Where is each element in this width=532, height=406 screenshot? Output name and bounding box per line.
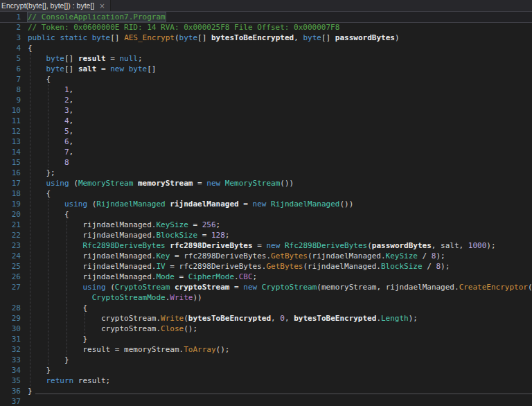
code-text: // Token: 0x0600000E RID: 14 RVA: 0x0000… xyxy=(25,22,339,33)
code-text: } xyxy=(25,365,51,376)
code-line[interactable]: 14 7, xyxy=(0,147,532,157)
code-text: { xyxy=(25,43,33,53)
code-text: 2, xyxy=(25,95,73,105)
code-text: public static byte[] AES_Encrypt(byte[] … xyxy=(25,33,400,43)
code-line[interactable]: 37 xyxy=(0,396,532,406)
line-number xyxy=(0,292,25,303)
code-text: 6, xyxy=(25,136,73,147)
code-text: 4, xyxy=(25,116,73,126)
line-number: 31 xyxy=(0,334,25,344)
editor-window: { "colors": { "background": "#1E1E1E", "… xyxy=(0,0,532,406)
code-text: rijndaelManaged.Key = rfc2898DeriveBytes… xyxy=(25,251,445,261)
code-line[interactable]: 29 cryptoStream.Write(bytesToBeEncrypted… xyxy=(0,313,532,324)
code-line[interactable]: 2// Token: 0x0600000E RID: 14 RVA: 0x000… xyxy=(0,22,532,33)
code-line[interactable]: 34 } xyxy=(0,365,532,376)
code-line[interactable]: 8 1, xyxy=(0,85,532,95)
code-line[interactable]: 13 6, xyxy=(0,136,532,147)
code-text: 1, xyxy=(25,85,73,95)
tab-title: Encrypt(byte[], byte[]) : byte[] xyxy=(1,0,94,12)
code-text: } xyxy=(25,386,33,396)
code-line[interactable]: 25 rijndaelManaged.IV = rfc2898DeriveByt… xyxy=(0,261,532,272)
code-text: }; xyxy=(25,168,55,178)
code-text: 5, xyxy=(25,126,73,136)
line-number: 8 xyxy=(0,85,25,95)
code-text: result = memoryStream.ToArray(); xyxy=(25,344,229,355)
code-line[interactable]: CryptoStreamMode.Write)) xyxy=(0,292,532,303)
line-number: 25 xyxy=(0,261,25,272)
line-number: 1 xyxy=(0,12,25,22)
code-line[interactable]: 23 Rfc2898DeriveBytes rfc2898DeriveBytes… xyxy=(0,240,532,251)
code-text: byte[] salt = new byte[] xyxy=(25,64,157,74)
code-line[interactable]: 5 byte[] result = null; xyxy=(0,53,532,64)
line-number: 15 xyxy=(0,157,25,168)
line-number: 11 xyxy=(0,116,25,126)
code-line[interactable]: 10 3, xyxy=(0,105,532,116)
line-number: 32 xyxy=(0,344,25,355)
line-number: 21 xyxy=(0,220,25,230)
code-area: 1// ConsoleApplication7.Program2// Token… xyxy=(0,12,532,406)
line-number: 27 xyxy=(0,282,25,292)
code-text: cryptoStream.Write(bytesToBeEncrypted, 0… xyxy=(25,313,418,324)
end-of-member-rule xyxy=(35,394,532,394)
code-text: { xyxy=(25,74,51,85)
code-line[interactable]: 24 rijndaelManaged.Key = rfc2898DeriveBy… xyxy=(0,251,532,261)
code-text: } xyxy=(25,334,87,344)
code-line[interactable]: 16 }; xyxy=(0,168,532,178)
code-line[interactable]: 35 return result; xyxy=(0,376,532,386)
code-text: CryptoStreamMode.Write)) xyxy=(25,292,202,303)
line-number: 7 xyxy=(0,74,25,85)
code-line[interactable]: 22 rijndaelManaged.BlockSize = 128; xyxy=(0,230,532,240)
code-text: rijndaelManaged.KeySize = 256; xyxy=(25,220,220,230)
code-text xyxy=(25,396,28,406)
code-text: rijndaelManaged.Mode = CipherMode.CBC; xyxy=(25,272,257,282)
line-number: 18 xyxy=(0,188,25,199)
code-text: byte[] result = null; xyxy=(25,53,143,64)
code-line[interactable]: 28 { xyxy=(0,303,532,313)
code-line[interactable]: 33 } xyxy=(0,355,532,365)
line-number: 2 xyxy=(0,22,25,33)
line-number: 23 xyxy=(0,240,25,251)
code-line[interactable]: 1// ConsoleApplication7.Program xyxy=(0,12,532,22)
code-line[interactable]: 26 rijndaelManaged.Mode = CipherMode.CBC… xyxy=(0,272,532,282)
code-line[interactable]: 7 { xyxy=(0,74,532,85)
line-number: 12 xyxy=(0,126,25,136)
code-line[interactable]: 15 8 xyxy=(0,157,532,168)
code-line[interactable]: 27 using (CryptoStream cryptoStream = ne… xyxy=(0,282,532,292)
code-line[interactable]: 21 rijndaelManaged.KeySize = 256; xyxy=(0,220,532,230)
line-number: 29 xyxy=(0,313,25,324)
code-line[interactable]: 32 result = memoryStream.ToArray(); xyxy=(0,344,532,355)
code-line[interactable]: 31 } xyxy=(0,334,532,344)
code-text: Rfc2898DeriveBytes rfc2898DeriveBytes = … xyxy=(25,240,496,251)
line-number: 10 xyxy=(0,105,25,116)
code-line[interactable]: 4{ xyxy=(0,43,532,53)
line-number: 37 xyxy=(0,396,25,406)
line-number: 35 xyxy=(0,376,25,386)
code-line[interactable]: 19 using (RijndaelManaged rijndaelManage… xyxy=(0,199,532,209)
code-line[interactable]: 20 { xyxy=(0,209,532,220)
code-line[interactable]: 36} xyxy=(0,386,532,396)
code-text: rijndaelManaged.BlockSize = 128; xyxy=(25,230,229,240)
code-text: 8 xyxy=(25,157,69,168)
code-line[interactable]: 11 4, xyxy=(0,116,532,126)
line-number: 19 xyxy=(0,199,25,209)
line-number: 13 xyxy=(0,136,25,147)
code-line[interactable]: 9 2, xyxy=(0,95,532,105)
code-line[interactable]: 3public static byte[] AES_Encrypt(byte[]… xyxy=(0,33,532,43)
code-line[interactable]: 18 { xyxy=(0,188,532,199)
tab-close-icon[interactable]: × xyxy=(99,0,105,12)
code-text: // ConsoleApplication7.Program xyxy=(25,12,166,22)
code-text: using (CryptoStream cryptoStream = new C… xyxy=(25,282,532,292)
code-line[interactable]: 17 using (MemoryStream memoryStream = ne… xyxy=(0,178,532,188)
code-editor[interactable]: 1// ConsoleApplication7.Program2// Token… xyxy=(0,12,532,406)
code-line[interactable]: 30 cryptoStream.Close(); xyxy=(0,324,532,334)
code-text: cryptoStream.Close(); xyxy=(25,324,197,334)
code-line[interactable]: 6 byte[] salt = new byte[] xyxy=(0,64,532,74)
line-number: 5 xyxy=(0,53,25,64)
line-number: 17 xyxy=(0,178,25,188)
line-number: 22 xyxy=(0,230,25,240)
document-tab[interactable]: Encrypt(byte[], byte[]) : byte[] × xyxy=(0,0,111,12)
line-number: 24 xyxy=(0,251,25,261)
code-text: { xyxy=(25,188,51,199)
code-line[interactable]: 12 5, xyxy=(0,126,532,136)
line-number: 20 xyxy=(0,209,25,220)
